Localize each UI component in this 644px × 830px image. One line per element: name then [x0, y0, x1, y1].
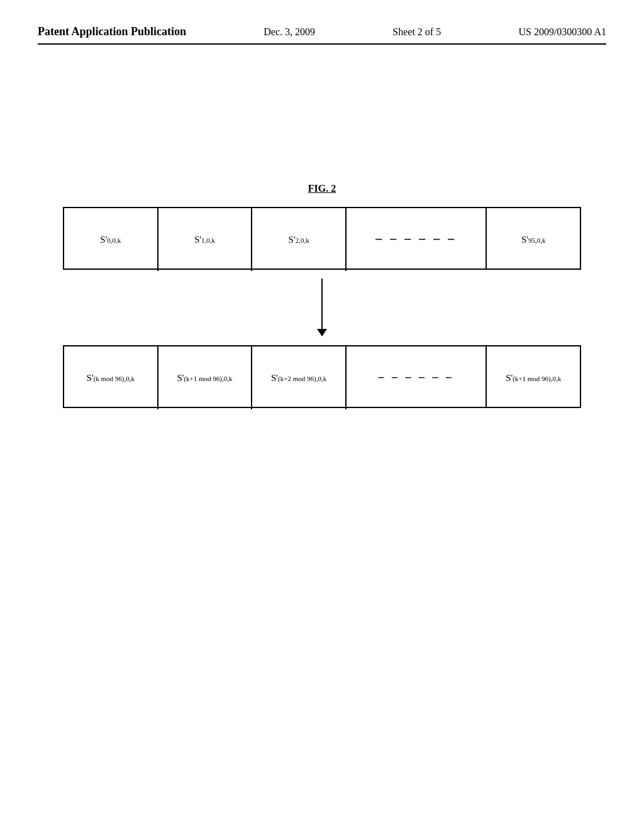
bk2-notation: S' [271, 373, 278, 384]
cell-bk3: S'(k+1 mod 96),0,k [487, 346, 580, 409]
s10k-subscript: 1,0,k [201, 236, 215, 244]
bk1-notation: S' [177, 373, 184, 384]
bk3-notation: S' [506, 373, 513, 384]
bottom-row: S'(k mod 96),0,k S'(k+1 mod 96),0,k S'(k… [63, 345, 581, 408]
bottom-dashes-text: – – – – – – [378, 370, 454, 384]
header-patent: US 2009/0300300 A1 [518, 26, 606, 38]
cell-bk2: S'(k+2 mod 96),0,k [252, 346, 347, 409]
arrow [317, 279, 327, 336]
header: Patent Application Publication Dec. 3, 2… [38, 25, 606, 45]
s950k-subscript: 95,0,k [528, 236, 546, 244]
arrow-head [317, 329, 327, 336]
page: Patent Application Publication Dec. 3, 2… [0, 0, 644, 830]
s00k-subscript: 0,0,k [107, 236, 121, 244]
bk2-subscript: (k+2 mod 96),0,k [278, 375, 326, 382]
cell-s20k: S'2,0,k [252, 208, 347, 271]
bk1-subscript: (k+1 mod 96),0,k [184, 375, 232, 382]
s00k-notation: S' [100, 235, 107, 245]
bk-subscript: (k mod 96),0,k [94, 375, 135, 382]
s10k-notation: S' [194, 235, 201, 245]
cell-s950k: S'95,0,k [487, 208, 580, 271]
cell-top-dashes: – – – – – – [347, 208, 487, 268]
top-row: S'0,0,k S'1,0,k S'2,0,k – – – – – – S'95… [63, 207, 581, 270]
s20k-notation: S' [289, 235, 296, 245]
figure-label: FIG. 2 [38, 183, 606, 194]
header-sheet: Sheet 2 of 5 [392, 26, 441, 38]
cell-bk: S'(k mod 96),0,k [64, 346, 158, 409]
arrow-shaft [321, 279, 323, 329]
cell-bottom-dashes: – – – – – – [347, 346, 487, 407]
arrow-section [38, 270, 606, 345]
cell-s10k: S'1,0,k [158, 208, 253, 271]
header-title: Patent Application Publication [38, 25, 186, 38]
bk3-subscript: (k+1 mod 96),0,k [513, 375, 561, 382]
s950k-notation: S' [521, 235, 528, 245]
top-dashes-text: – – – – – – [375, 231, 457, 246]
header-date: Dec. 3, 2009 [264, 26, 315, 38]
cell-s00k: S'0,0,k [64, 208, 158, 271]
cell-bk1: S'(k+1 mod 96),0,k [158, 346, 253, 409]
s20k-subscript: 2,0,k [296, 236, 309, 244]
bk-notation: S' [87, 373, 94, 384]
